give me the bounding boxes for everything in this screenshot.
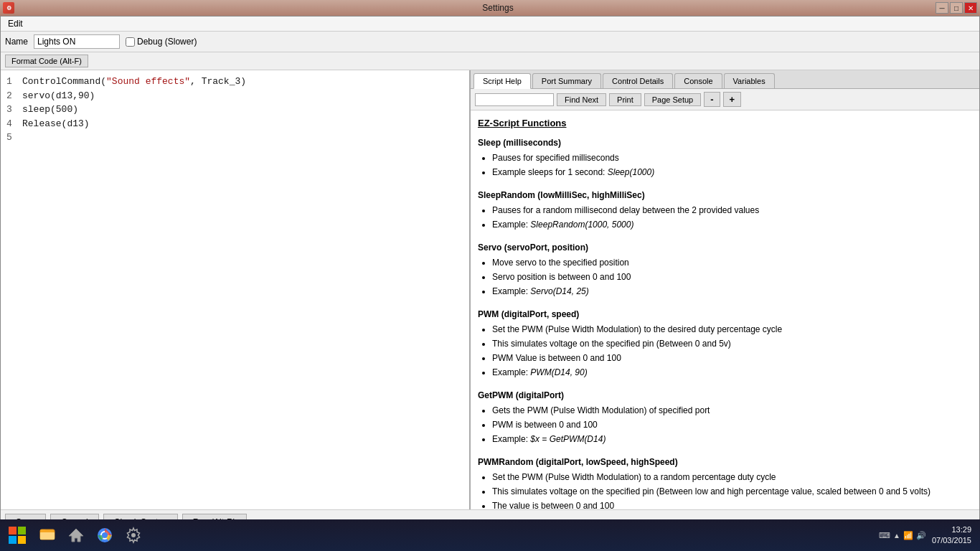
content-area: 1 ControlCommand("Sound effects", Track_… [1,70,979,509]
func-sleep: Sleep (milliseconds) Pauses for specifie… [478,136,972,179]
func-bullet: The value is between 0 and 100 [492,499,972,510]
func-servo: Servo (servoPort, position) Move servo t… [478,241,972,298]
svg-point-11 [131,533,136,537]
func-title: PWMRandom (digitalPort, lowSpeed, highSp… [478,456,972,468]
svg-rect-1 [18,527,26,534]
debug-checkbox[interactable] [126,37,135,47]
svg-rect-6 [40,529,46,532]
code-editor[interactable]: 1 ControlCommand("Sound effects", Track_… [1,70,471,509]
format-row: Format Code (Alt-F) [1,52,979,70]
code-line-4: 4 Release(d13) [6,117,463,131]
code-line-1: 1 ControlCommand("Sound effects", Track_… [6,75,463,89]
zoom-out-button[interactable]: - [704,92,720,107]
func-title: GetPWM (digitalPort) [478,389,972,402]
func-bullet: PWM is between 0 and 100 [492,418,972,431]
tab-variables[interactable]: Variables [724,73,775,88]
debug-label: Debug (Slower) [137,37,197,47]
taskbar-right: ⌨ ▲ 📶 🔊 13:29 07/03/2015 [879,524,977,547]
svg-rect-0 [9,527,17,534]
code-line-5: 5 [6,131,463,145]
window-title: Settings [60,3,936,13]
func-title: Sleep (milliseconds) [478,136,972,149]
code-line-2: 2 servo(d13,90) [6,89,463,103]
minimize-button[interactable]: ─ [936,2,948,14]
name-input[interactable] [34,34,120,49]
taskbar-settings[interactable] [121,522,146,548]
line-number: 2 [6,89,17,103]
up-arrow-icon: ▲ [893,532,900,540]
tab-control-details[interactable]: Control Details [603,73,673,88]
func-bullet: Pauses for specified milliseconds [492,151,972,164]
func-bullet: This simulates voltage on the specified … [492,485,972,498]
system-tray-icons: ⌨ ▲ 📶 🔊 [879,531,926,540]
script-help-toolbar: Find Next Print Page Setup - + [471,89,979,110]
line-code: servo(d13,90) [22,89,95,103]
func-bullet: Gets the PWM (Pulse Width Modulation) of… [492,404,972,417]
func-bullet: PWM Value is between 0 and 100 [492,352,972,364]
search-input[interactable] [475,93,554,106]
taskbar: ⌨ ▲ 📶 🔊 13:29 07/03/2015 [0,519,980,551]
name-label: Name [5,37,28,47]
line-number: 4 [6,117,17,131]
tab-bar: Script Help Port Summary Control Details… [471,70,979,89]
page-setup-button[interactable]: Page Setup [644,93,702,106]
func-getpwm: GetPWM (digitalPort) Gets the PWM (Pulse… [478,389,972,446]
func-bullet: Example: PWM(D14, 90) [492,366,972,379]
func-bullet: Example sleeps for 1 second: Sleep(1000) [492,166,972,179]
func-bullet: Set the PWM (Pulse Width Modulation) to … [492,323,972,336]
func-sleeprandom: SleepRandom (lowMilliSec, highMilliSec) … [478,189,972,231]
keyboard-icon: ⌨ [879,531,890,540]
line-code: sleep(500) [22,103,78,117]
svg-rect-2 [9,536,17,544]
func-bullet: Servo position is between 0 and 100 [492,270,972,283]
func-bullet: This simulates voltage on the specified … [492,337,972,350]
func-bullet: Pauses for a random millisecond delay be… [492,204,972,217]
toolbar-row: Name Debug (Slower) [1,32,979,52]
script-help-content[interactable]: EZ-Script Functions Sleep (milliseconds)… [471,110,979,509]
title-bar: ⚙ Settings ─ □ ✕ [0,0,980,16]
func-bullet: Example: Servo(D14, 25) [492,285,972,298]
code-line-3: 3 sleep(500) [6,103,463,117]
menu-bar: Edit [1,17,979,32]
clock-date: 07/03/2015 [932,535,971,546]
taskbar-explorer[interactable] [34,522,60,548]
svg-rect-3 [18,536,26,544]
edit-menu[interactable]: Edit [5,17,26,30]
format-code-button[interactable]: Format Code (Alt-F) [5,55,88,67]
maximize-button[interactable]: □ [950,2,963,14]
clock: 13:29 07/03/2015 [932,524,971,547]
svg-marker-7 [69,529,83,542]
func-title: Servo (servoPort, position) [478,241,972,254]
debug-checkbox-container: Debug (Slower) [126,37,197,47]
find-next-button[interactable]: Find Next [557,93,606,106]
start-button[interactable] [3,522,32,548]
script-help-heading: EZ-Script Functions [478,116,972,131]
zoom-in-button[interactable]: + [723,92,742,107]
close-button[interactable]: ✕ [964,2,977,14]
line-code: ControlCommand("Sound effects", Track_3) [22,75,246,89]
tab-script-help[interactable]: Script Help [473,73,531,89]
func-pwm: PWM (digitalPort, speed) Set the PWM (Pu… [478,308,972,379]
clock-time: 13:29 [932,524,971,535]
svg-rect-5 [40,532,55,540]
func-bullet: Example: SleepRandom(1000, 5000) [492,218,972,231]
line-number: 1 [6,75,17,89]
network-icon: 📶 [903,531,913,540]
right-panel: Script Help Port Summary Control Details… [471,70,979,509]
func-title: SleepRandom (lowMilliSec, highMilliSec) [478,189,972,202]
line-number: 5 [6,131,17,145]
print-button[interactable]: Print [609,93,641,106]
taskbar-home[interactable] [63,522,89,548]
tab-console[interactable]: Console [674,73,722,88]
func-title: PWM (digitalPort, speed) [478,308,972,321]
taskbar-chrome[interactable] [92,522,118,548]
main-window: Edit Name Debug (Slower) Format Code (Al… [0,16,980,535]
volume-icon: 🔊 [916,531,926,540]
tab-port-summary[interactable]: Port Summary [532,73,601,88]
func-pwmrandom: PWMRandom (digitalPort, lowSpeed, highSp… [478,456,972,510]
line-number: 3 [6,103,17,117]
line-code: Release(d13) [22,117,90,131]
func-bullet: Example: $x = GetPWM(D14) [492,433,972,446]
func-bullet: Set the PWM (Pulse Width Modulation) to … [492,471,972,484]
svg-point-10 [102,532,108,538]
